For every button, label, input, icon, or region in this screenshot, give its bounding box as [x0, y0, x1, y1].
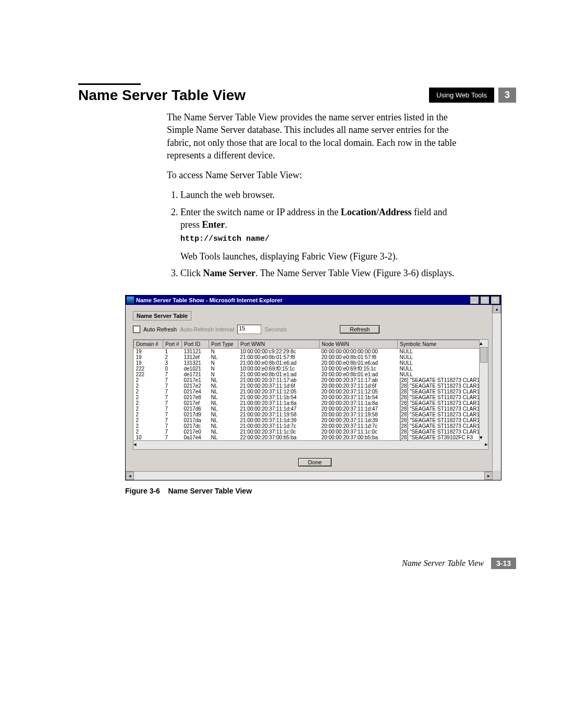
cell: 2	[134, 389, 163, 394]
cell: 20:00:00:20:37:11:1a:8a	[320, 400, 398, 406]
cell: 2	[163, 354, 182, 360]
cell: 20:00:00:20:37:11:1c:0c	[320, 429, 398, 435]
step-2-note: Web Tools launches, displaying Fabric Vi…	[180, 251, 398, 262]
table-horizontal-scrollbar[interactable]: ◂ ▸	[133, 440, 488, 449]
col-domain[interactable]: Domain #	[134, 340, 163, 349]
table-row[interactable]: 270217e1NL21:00:00:20:37:11:17:ab20:00:0…	[134, 377, 488, 383]
cell: 21:00:00:20:37:11:1b:54	[238, 394, 320, 400]
running-header: Using Web Tools	[429, 88, 494, 103]
cell: NL	[209, 389, 238, 394]
table-vertical-scrollbar[interactable]: ▴ ▾	[479, 340, 488, 441]
col-sym[interactable]: Symbolic Name	[398, 340, 488, 349]
step-3: Click Name Server. The Name Server Table…	[180, 267, 459, 279]
cell: 0	[163, 366, 182, 372]
cell: 1312ef	[182, 354, 209, 360]
scroll-left-icon[interactable]: ◂	[133, 441, 137, 449]
section-rule	[78, 83, 141, 85]
cell: 7	[163, 377, 182, 383]
cell: 0217e0	[182, 429, 209, 435]
outer-scroll-left-icon[interactable]: ◂	[126, 472, 134, 480]
scroll-thumb[interactable]	[480, 347, 487, 363]
cell: 20:00:00:e0:8b:01:57:f8	[320, 354, 398, 360]
cell: 19	[134, 360, 163, 366]
table-row[interactable]: 270217e0NL21:00:00:20:37:11:1c:0c20:00:0…	[134, 429, 488, 435]
cell: 20:00:00:20:37:11:19:58	[320, 412, 398, 417]
table-row[interactable]: 270217efNL21:00:00:20:37:11:1a:8a20:00:0…	[134, 400, 488, 406]
auto-refresh-label: Auto Refresh	[143, 326, 177, 332]
cell: NULL	[398, 372, 488, 377]
cell: [28] "SEAGATE ST118273 CLAR18	[398, 394, 488, 400]
col-ptype[interactable]: Port Type	[209, 340, 238, 349]
col-nwwn[interactable]: Node WWN	[320, 340, 398, 349]
cell: 7	[163, 406, 182, 412]
col-pid[interactable]: Port ID	[182, 340, 209, 349]
refresh-button[interactable]: Refresh	[340, 325, 380, 334]
table-row[interactable]: 270217d6NL21:00:00:20:37:11:1d:4720:00:0…	[134, 406, 488, 412]
table-row[interactable]: 270217daNL21:00:00:20:37:11:1d:3920:00:0…	[134, 417, 488, 423]
outer-scroll-right-icon[interactable]: ▸	[484, 472, 493, 480]
cell: 21:00:00:20:37:11:1d:39	[238, 417, 320, 423]
cell: NL	[209, 394, 238, 400]
table-row[interactable]: 191131121N10:00:00:00:c9:22:29:8c00:00:0…	[134, 349, 488, 355]
cell: NULL	[398, 349, 488, 355]
interval-input[interactable]: 15	[237, 325, 261, 334]
cell: NL	[209, 417, 238, 423]
cell: 10	[134, 435, 163, 440]
cell: 20:00:00:20:37:11:17:ab	[320, 377, 398, 383]
table-row[interactable]: 1921312efNL21:00:00:e0:8b:01:57:f820:00:…	[134, 354, 488, 360]
cell: NL	[209, 354, 238, 360]
table-row[interactable]: 2220de1021N10:00:00:e0:69:f0:15:1c10:00:…	[134, 366, 488, 372]
cell: 131321	[182, 360, 209, 366]
step-2-bold-2: Enter	[202, 219, 225, 230]
table-row[interactable]: 270217d9NL21:00:00:20:37:11:19:5820:00:0…	[134, 412, 488, 417]
col-port[interactable]: Port #	[163, 340, 182, 349]
auto-refresh-checkbox[interactable]	[133, 326, 140, 333]
window-titlebar[interactable]: Name Server Table Show - Microsoft Inter…	[126, 295, 501, 305]
cell: NL	[209, 423, 238, 429]
figure-label: Figure 3-6	[125, 487, 160, 495]
outer-horizontal-scrollbar[interactable]: ◂ ▸	[126, 471, 493, 480]
cell: N	[209, 349, 238, 355]
cell: 3	[163, 360, 182, 366]
done-button[interactable]: Done	[298, 458, 332, 466]
panel-title: Name Server Table	[133, 311, 191, 320]
table-row[interactable]: 1070a17e4NL22:00:00:20:37:00:b5:ba20:00:…	[134, 435, 488, 440]
table-row[interactable]: 270217e2NL21:00:00:20:37:11:1d:6f20:00:0…	[134, 383, 488, 389]
outer-vertical-scrollbar[interactable]: ▴	[492, 305, 501, 471]
cell: [28] "SEAGATE ST118273 CLAR18	[398, 417, 488, 423]
table-row[interactable]: 193131321N21:00:00:e0:8b:01:e6:ad20:00:0…	[134, 360, 488, 366]
cell: 21:00:00:e0:8b:01:e1:ad	[238, 372, 320, 377]
cell: 19	[134, 349, 163, 355]
cell: 7	[163, 394, 182, 400]
cell: [28] "SEAGATE ST118273 CLAR18	[398, 406, 488, 412]
cell: 222	[134, 372, 163, 377]
table-row[interactable]: 270217e4NL21:00:00:20:37:11:12:0520:00:0…	[134, 389, 488, 394]
cell: 19	[134, 354, 163, 360]
ie-icon	[127, 297, 134, 304]
table-row[interactable]: 270217dcNL21:00:00:20:37:11:1d:7c20:00:0…	[134, 423, 488, 429]
cell: 21:00:00:e0:8b:01:57:f8	[238, 354, 320, 360]
cell: 7	[163, 400, 182, 406]
access-line: To access Name Server Table View:	[167, 169, 459, 181]
table-row[interactable]: 2227de1721N21:00:00:e0:8b:01:e1:ad20:00:…	[134, 372, 488, 377]
table-row[interactable]: 270217e8NL21:00:00:20:37:11:1b:5420:00:0…	[134, 394, 488, 400]
outer-scroll-up-icon[interactable]: ▴	[493, 305, 501, 313]
screenshot-window: Name Server Table Show - Microsoft Inter…	[125, 295, 501, 480]
minimize-button[interactable]: _	[470, 296, 479, 304]
intro-paragraph: The Name Server Table View provides the …	[167, 111, 459, 162]
scroll-up-icon[interactable]: ▴	[480, 340, 488, 347]
step-1: Launch the web browser.	[180, 189, 459, 201]
col-pwwn[interactable]: Port WWN	[238, 340, 320, 349]
cell: 0217e2	[182, 383, 209, 389]
cell: NL	[209, 383, 238, 389]
cell: de1721	[182, 372, 209, 377]
window-title: Name Server Table Show - Microsoft Inter…	[136, 297, 469, 303]
close-button[interactable]: ×	[491, 296, 500, 304]
cell: [28] "SEAGATE ST118273 CLAR18	[398, 400, 488, 406]
cell: 21:00:00:20:37:11:1c:0c	[238, 429, 320, 435]
scroll-right-icon[interactable]: ▸	[485, 441, 488, 449]
step-2-text-c: .	[225, 219, 228, 230]
cell: 20:00:00:20:37:11:1d:47	[320, 406, 398, 412]
scroll-down-icon[interactable]: ▾	[480, 434, 488, 441]
maximize-button[interactable]: □	[480, 296, 489, 304]
